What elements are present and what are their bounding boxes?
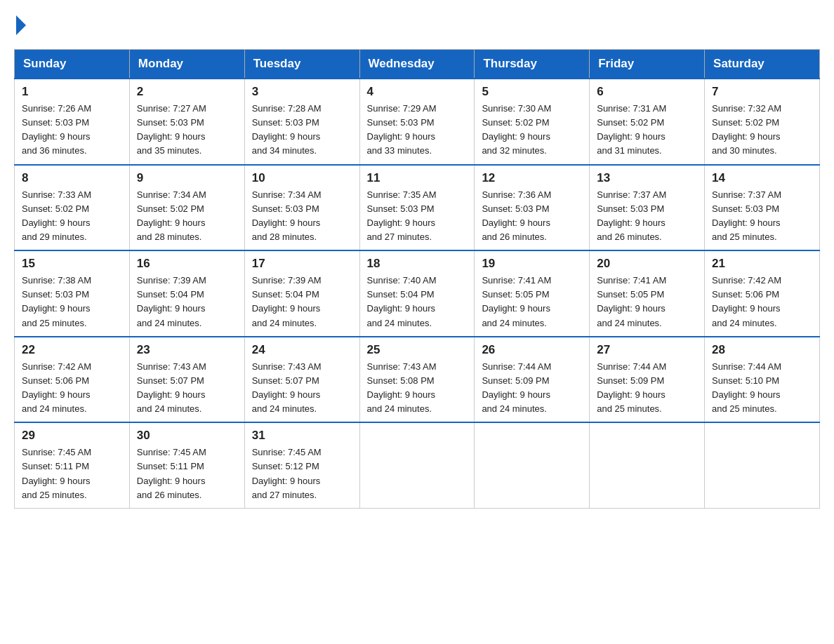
day-number: 6 — [597, 85, 697, 99]
day-info: Sunrise: 7:32 AM Sunset: 5:02 PM Dayligh… — [712, 102, 812, 159]
day-cell: 3 Sunrise: 7:28 AM Sunset: 5:03 PM Dayli… — [244, 79, 359, 165]
day-info: Sunrise: 7:29 AM Sunset: 5:03 PM Dayligh… — [367, 102, 468, 159]
day-number: 10 — [252, 171, 352, 185]
day-cell: 19 Sunrise: 7:41 AM Sunset: 5:05 PM Dayl… — [475, 250, 590, 337]
day-info: Sunrise: 7:34 AM Sunset: 5:03 PM Dayligh… — [252, 188, 352, 245]
day-cell: 13 Sunrise: 7:37 AM Sunset: 5:03 PM Dayl… — [590, 165, 705, 251]
day-info: Sunrise: 7:38 AM Sunset: 5:03 PM Dayligh… — [22, 274, 122, 330]
day-info: Sunrise: 7:43 AM Sunset: 5:08 PM Dayligh… — [367, 360, 468, 417]
day-cell: 25 Sunrise: 7:43 AM Sunset: 5:08 PM Dayl… — [359, 337, 475, 423]
day-cell: 9 Sunrise: 7:34 AM Sunset: 5:02 PM Dayli… — [129, 165, 244, 251]
day-cell: 7 Sunrise: 7:32 AM Sunset: 5:02 PM Dayli… — [705, 79, 820, 165]
day-cell: 5 Sunrise: 7:30 AM Sunset: 5:02 PM Dayli… — [475, 79, 590, 165]
page-header — [14, 14, 820, 35]
day-info: Sunrise: 7:42 AM Sunset: 5:06 PM Dayligh… — [22, 360, 122, 417]
calendar-table: SundayMondayTuesdayWednesdayThursdayFrid… — [14, 49, 820, 509]
day-info: Sunrise: 7:44 AM Sunset: 5:09 PM Dayligh… — [597, 360, 697, 417]
header-row: SundayMondayTuesdayWednesdayThursdayFrid… — [15, 50, 820, 79]
day-cell: 22 Sunrise: 7:42 AM Sunset: 5:06 PM Dayl… — [15, 337, 130, 423]
day-number: 20 — [597, 257, 697, 271]
day-cell: 1 Sunrise: 7:26 AM Sunset: 5:03 PM Dayli… — [15, 79, 130, 165]
day-cell: 27 Sunrise: 7:44 AM Sunset: 5:09 PM Dayl… — [590, 337, 705, 423]
day-info: Sunrise: 7:44 AM Sunset: 5:09 PM Dayligh… — [482, 360, 582, 417]
day-number: 11 — [367, 171, 468, 185]
day-number: 8 — [22, 171, 122, 185]
day-cell: 21 Sunrise: 7:42 AM Sunset: 5:06 PM Dayl… — [705, 250, 820, 337]
week-row-3: 15 Sunrise: 7:38 AM Sunset: 5:03 PM Dayl… — [15, 250, 820, 337]
day-number: 5 — [482, 85, 582, 99]
day-number: 13 — [597, 171, 697, 185]
day-cell: 16 Sunrise: 7:39 AM Sunset: 5:04 PM Dayl… — [129, 250, 244, 337]
day-cell: 30 Sunrise: 7:45 AM Sunset: 5:11 PM Dayl… — [129, 422, 244, 508]
day-number: 26 — [482, 343, 582, 357]
day-number: 22 — [22, 343, 122, 357]
day-number: 30 — [137, 429, 237, 443]
day-info: Sunrise: 7:33 AM Sunset: 5:02 PM Dayligh… — [22, 188, 122, 245]
day-info: Sunrise: 7:41 AM Sunset: 5:05 PM Dayligh… — [597, 274, 697, 330]
logo-triangle-icon — [16, 15, 26, 35]
day-number: 28 — [712, 343, 812, 357]
day-info: Sunrise: 7:26 AM Sunset: 5:03 PM Dayligh… — [22, 102, 122, 159]
header-wednesday: Wednesday — [359, 50, 475, 79]
day-cell — [705, 422, 820, 508]
day-cell — [359, 422, 475, 508]
day-cell: 18 Sunrise: 7:40 AM Sunset: 5:04 PM Dayl… — [359, 250, 475, 337]
day-number: 23 — [137, 343, 237, 357]
day-info: Sunrise: 7:44 AM Sunset: 5:10 PM Dayligh… — [712, 360, 812, 417]
day-info: Sunrise: 7:43 AM Sunset: 5:07 PM Dayligh… — [252, 360, 352, 417]
day-number: 25 — [367, 343, 468, 357]
header-sunday: Sunday — [15, 50, 130, 79]
day-number: 2 — [137, 85, 237, 99]
day-info: Sunrise: 7:41 AM Sunset: 5:05 PM Dayligh… — [482, 274, 582, 330]
day-number: 9 — [137, 171, 237, 185]
week-row-2: 8 Sunrise: 7:33 AM Sunset: 5:02 PM Dayli… — [15, 165, 820, 251]
day-number: 17 — [252, 257, 352, 271]
header-saturday: Saturday — [705, 50, 820, 79]
day-cell: 4 Sunrise: 7:29 AM Sunset: 5:03 PM Dayli… — [359, 79, 475, 165]
day-cell: 17 Sunrise: 7:39 AM Sunset: 5:04 PM Dayl… — [244, 250, 359, 337]
day-info: Sunrise: 7:37 AM Sunset: 5:03 PM Dayligh… — [597, 188, 697, 245]
day-number: 16 — [137, 257, 237, 271]
day-info: Sunrise: 7:34 AM Sunset: 5:02 PM Dayligh… — [137, 188, 237, 245]
header-friday: Friday — [590, 50, 705, 79]
day-number: 21 — [712, 257, 812, 271]
day-cell: 24 Sunrise: 7:43 AM Sunset: 5:07 PM Dayl… — [244, 337, 359, 423]
day-number: 1 — [22, 85, 122, 99]
day-info: Sunrise: 7:43 AM Sunset: 5:07 PM Dayligh… — [137, 360, 237, 417]
day-number: 3 — [252, 85, 352, 99]
day-info: Sunrise: 7:28 AM Sunset: 5:03 PM Dayligh… — [252, 102, 352, 159]
day-info: Sunrise: 7:42 AM Sunset: 5:06 PM Dayligh… — [712, 274, 812, 330]
day-number: 7 — [712, 85, 812, 99]
day-cell: 12 Sunrise: 7:36 AM Sunset: 5:03 PM Dayl… — [475, 165, 590, 251]
day-cell: 2 Sunrise: 7:27 AM Sunset: 5:03 PM Dayli… — [129, 79, 244, 165]
day-cell: 15 Sunrise: 7:38 AM Sunset: 5:03 PM Dayl… — [15, 250, 130, 337]
day-cell: 29 Sunrise: 7:45 AM Sunset: 5:11 PM Dayl… — [15, 422, 130, 508]
day-cell: 14 Sunrise: 7:37 AM Sunset: 5:03 PM Dayl… — [705, 165, 820, 251]
day-number: 14 — [712, 171, 812, 185]
day-info: Sunrise: 7:45 AM Sunset: 5:11 PM Dayligh… — [22, 445, 122, 502]
day-info: Sunrise: 7:35 AM Sunset: 5:03 PM Dayligh… — [367, 188, 468, 245]
day-cell: 28 Sunrise: 7:44 AM Sunset: 5:10 PM Dayl… — [705, 337, 820, 423]
day-cell: 26 Sunrise: 7:44 AM Sunset: 5:09 PM Dayl… — [475, 337, 590, 423]
day-number: 18 — [367, 257, 468, 271]
day-cell: 20 Sunrise: 7:41 AM Sunset: 5:05 PM Dayl… — [590, 250, 705, 337]
day-info: Sunrise: 7:39 AM Sunset: 5:04 PM Dayligh… — [137, 274, 237, 330]
day-number: 29 — [22, 429, 122, 443]
day-number: 12 — [482, 171, 582, 185]
header-tuesday: Tuesday — [244, 50, 359, 79]
day-cell — [475, 422, 590, 508]
day-info: Sunrise: 7:45 AM Sunset: 5:11 PM Dayligh… — [137, 445, 237, 502]
day-cell: 8 Sunrise: 7:33 AM Sunset: 5:02 PM Dayli… — [15, 165, 130, 251]
day-info: Sunrise: 7:31 AM Sunset: 5:02 PM Dayligh… — [597, 102, 697, 159]
header-thursday: Thursday — [475, 50, 590, 79]
day-info: Sunrise: 7:45 AM Sunset: 5:12 PM Dayligh… — [252, 445, 352, 502]
week-row-4: 22 Sunrise: 7:42 AM Sunset: 5:06 PM Dayl… — [15, 337, 820, 423]
day-info: Sunrise: 7:36 AM Sunset: 5:03 PM Dayligh… — [482, 188, 582, 245]
day-info: Sunrise: 7:37 AM Sunset: 5:03 PM Dayligh… — [712, 188, 812, 245]
day-info: Sunrise: 7:30 AM Sunset: 5:02 PM Dayligh… — [482, 102, 582, 159]
day-number: 4 — [367, 85, 468, 99]
day-number: 31 — [252, 429, 352, 443]
day-info: Sunrise: 7:39 AM Sunset: 5:04 PM Dayligh… — [252, 274, 352, 330]
header-monday: Monday — [129, 50, 244, 79]
day-number: 27 — [597, 343, 697, 357]
